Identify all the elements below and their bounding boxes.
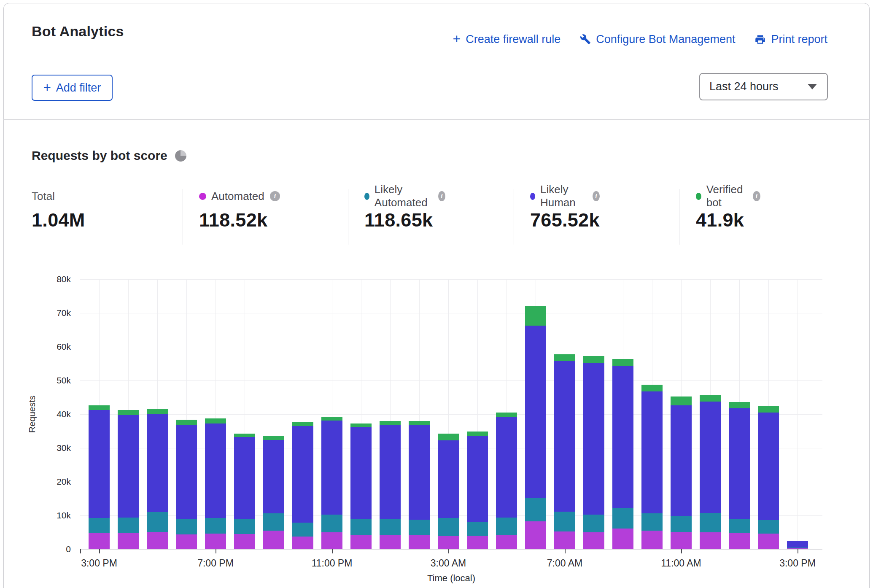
info-icon[interactable]: i [270,191,280,201]
chart-bar-900am[interactable] [612,359,633,549]
chart-bar-400pm[interactable] [118,410,139,549]
add-filter-label: Add filter [56,81,101,94]
bar-segment-verified_bot [321,417,342,421]
bar-segment-likely_automated [700,513,721,532]
info-icon[interactable]: i [753,191,760,201]
section-title-row: Requests by bot score [32,148,186,163]
chart-bar-1100pm[interactable] [321,417,342,549]
chart-bar-300am[interactable] [438,434,459,549]
stat-value: 1.04M [32,209,85,231]
chart-bar-800pm[interactable] [234,434,255,549]
bot-analytics-page: Bot Analytics +Create firewall ruleConfi… [0,0,873,588]
page-title: Bot Analytics [32,23,124,40]
action-link-configure-bot-management[interactable]: Configure Bot Management [580,33,735,46]
bar-segment-likely_automated [467,522,488,536]
bar-segment-verified_bot [612,359,633,366]
printer-icon [754,34,766,45]
bar-segment-automated [147,532,168,549]
bar-segment-likely_human [641,391,663,513]
bar-segment-verified_bot [496,413,517,417]
chart-bar-100am[interactable] [380,421,401,549]
bar-segment-automated [554,531,575,549]
bar-segment-automated [525,521,546,549]
time-range-dropdown[interactable]: Last 24 hours [699,73,828,100]
bar-segment-likely_automated [583,515,604,532]
bar-segment-likely_automated [612,508,633,529]
chart-bar-300pm[interactable] [787,541,808,549]
chart-bar-1000am[interactable] [641,385,663,549]
bar-segment-verified_bot [292,422,313,426]
plus-icon: + [453,32,461,46]
bar-segment-verified_bot [234,434,255,437]
action-link-print-report[interactable]: Print report [754,33,827,46]
bar-segment-likely_automated [176,519,197,534]
bar-segment-automated [467,536,488,549]
bar-segment-likely_automated [671,516,692,532]
bar-segment-likely_automated [292,523,313,537]
bar-segment-verified_bot [380,421,401,425]
chart-bar-600pm[interactable] [176,420,197,549]
add-filter-button[interactable]: + Add filter [32,75,113,101]
bar-segment-likely_human [89,410,110,518]
bar-segment-automated [496,535,517,549]
bar-segment-verified_bot [263,436,284,440]
bar-segment-likely_human [438,440,459,518]
action-link-create-firewall-rule[interactable]: +Create firewall rule [453,32,560,46]
stat-divider [514,189,514,245]
chart-bar-500am[interactable] [496,413,517,549]
stat-verified-bot: Verified boti41.9k [696,189,760,231]
chart-bar-700am[interactable] [554,354,575,549]
header-actions: +Create firewall ruleConfigure Bot Manag… [453,32,827,46]
bar-segment-verified_bot [409,421,430,425]
stat-total: Total1.04M [32,189,85,231]
bar-segment-verified_bot [729,402,750,408]
chart-bar-1100am[interactable] [671,396,692,549]
chart-bar-500pm[interactable] [147,409,168,549]
bar-segment-likely_automated [641,513,663,531]
chart-bar-400am[interactable] [467,432,488,549]
bar-segment-verified_bot [554,354,575,361]
chart-bar-100pm[interactable] [729,402,750,549]
plus-icon: + [43,81,51,94]
bar-segment-verified_bot [118,410,139,415]
legend-dot-likely-human [530,193,535,200]
bar-segment-likely_human [263,440,284,513]
bar-segment-likely_human [118,415,139,518]
bar-segment-likely_automated [729,519,750,533]
stat-label: Total [32,190,55,203]
chart-bar-1200am[interactable] [350,423,372,549]
section-title: Requests by bot score [32,148,167,163]
bar-segment-likely_automated [89,518,110,533]
bar-segment-automated [787,548,808,549]
chart-bar-800am[interactable] [583,356,604,549]
stat-likely-automated: Likely Automatedi118.65k [364,189,445,231]
stat-label: Automated [211,190,264,203]
pie-chart-icon [175,150,186,162]
bar-segment-likely_automated [525,498,546,521]
bar-segment-automated [380,535,401,549]
chart-bar-900pm[interactable] [263,436,284,549]
bar-segment-automated [438,536,459,549]
bar-segment-automated [176,534,197,549]
chart-bar-700pm[interactable] [205,418,226,549]
bar-segment-likely_human [496,417,517,517]
bar-segment-likely_human [729,408,750,519]
action-label: Create firewall rule [466,33,560,46]
bar-segment-likely_human [758,413,779,520]
info-icon[interactable]: i [593,191,600,201]
chart-bar-1000pm[interactable] [292,422,313,549]
chart-bar-1200pm[interactable] [700,395,721,549]
chart-bar-300pm[interactable] [89,405,110,549]
chart-bar-200am[interactable] [409,421,430,549]
bar-segment-likely_automated [438,518,459,536]
chart-bar-600am[interactable] [525,306,546,549]
stat-likely-human: Likely Humani765.52k [530,189,600,231]
info-icon[interactable]: i [438,191,445,201]
stat-label: Verified bot [706,183,747,209]
bar-segment-verified_bot [758,406,779,413]
bar-segment-likely_human [380,425,401,519]
chart-bar-200pm[interactable] [758,406,779,549]
bar-segment-likely_automated [263,513,284,531]
stat-value: 765.52k [530,209,600,231]
bar-segment-likely_human [583,363,604,515]
